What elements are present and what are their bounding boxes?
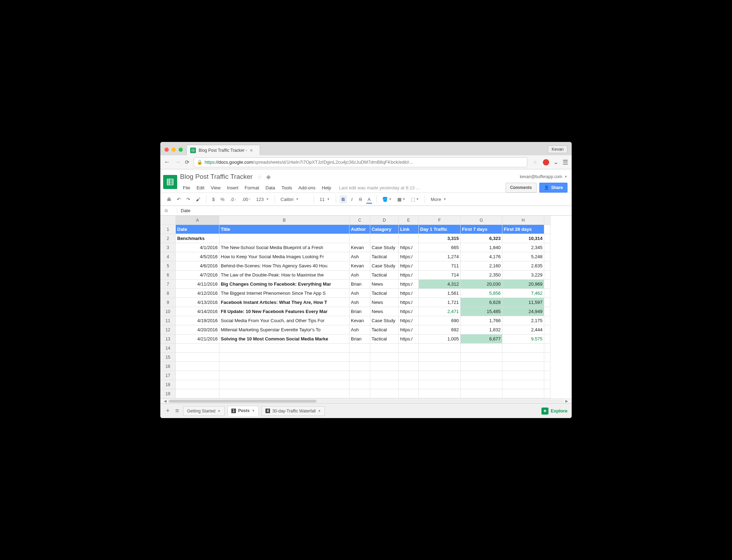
cell[interactable]: 20,969 xyxy=(502,280,544,289)
minimize-window-button[interactable] xyxy=(172,148,176,152)
cell[interactable]: 2,345 xyxy=(502,243,544,252)
cell[interactable]: 14 xyxy=(160,344,176,353)
cell[interactable]: Big Changes Coming to Facebook: Everythi… xyxy=(219,280,349,289)
cell[interactable]: News xyxy=(370,280,399,289)
cell[interactable]: 16 xyxy=(160,362,176,371)
cell[interactable] xyxy=(544,298,551,307)
cell[interactable]: News xyxy=(370,307,399,316)
cell[interactable] xyxy=(502,362,544,371)
cell[interactable] xyxy=(502,380,544,389)
cell[interactable] xyxy=(176,380,219,389)
add-sheet-button[interactable]: + xyxy=(165,406,171,416)
cell[interactable] xyxy=(461,389,502,398)
decrease-decimal-button[interactable]: .0↓ xyxy=(228,195,238,203)
cell[interactable]: 6,677 xyxy=(461,334,502,344)
maximize-window-button[interactable] xyxy=(179,148,183,152)
cell[interactable]: F8 Update: 10 New Facebook Features Ever… xyxy=(219,307,349,316)
account-email[interactable]: kevan@bufferapp.com xyxy=(520,174,562,179)
cell[interactable] xyxy=(502,371,544,380)
cell[interactable]: 2,350 xyxy=(461,271,502,280)
browser-menu-icon[interactable]: ☰ xyxy=(563,158,568,166)
cell[interactable] xyxy=(544,362,551,371)
fill-color-button[interactable]: 🪣▼ xyxy=(380,195,394,203)
cell[interactable] xyxy=(544,307,551,316)
cell[interactable] xyxy=(544,289,551,298)
cell[interactable]: 13 xyxy=(160,334,176,344)
cell[interactable] xyxy=(544,389,551,398)
cell[interactable]: Case Study xyxy=(370,261,399,271)
comments-button[interactable]: Comments xyxy=(506,183,537,193)
cell[interactable] xyxy=(544,252,551,261)
cell[interactable]: https:/ xyxy=(399,298,419,307)
cell[interactable] xyxy=(461,344,502,353)
cell[interactable]: 4/6/2016 xyxy=(176,261,219,271)
cell[interactable]: 6 xyxy=(160,271,176,280)
cell[interactable]: 7 xyxy=(160,280,176,289)
cell[interactable] xyxy=(219,234,349,243)
horizontal-scrollbar[interactable]: ◀ ▶ xyxy=(160,398,572,403)
move-to-drive-icon[interactable]: ◆ xyxy=(266,173,271,181)
undo-button[interactable]: ↶ xyxy=(175,195,183,203)
cell[interactable]: 690 xyxy=(419,316,461,325)
formula-bar[interactable]: fx Date xyxy=(160,206,572,216)
cell[interactable]: 6,323 xyxy=(461,234,502,243)
cell[interactable]: 6,628 xyxy=(461,298,502,307)
cell[interactable]: 3 xyxy=(160,243,176,252)
cell[interactable]: 10 xyxy=(160,307,176,316)
cell[interactable]: 5,856 xyxy=(461,289,502,298)
cell[interactable] xyxy=(370,234,399,243)
cell[interactable]: Tactical xyxy=(370,252,399,261)
cell[interactable] xyxy=(419,371,461,380)
cell[interactable]: 1,766 xyxy=(461,316,502,325)
cell[interactable] xyxy=(544,261,551,271)
cell[interactable]: https:/ xyxy=(399,325,419,334)
cell[interactable] xyxy=(176,344,219,353)
cell[interactable] xyxy=(176,389,219,398)
cell[interactable] xyxy=(502,353,544,362)
cell[interactable]: Kevan xyxy=(349,261,370,271)
cell[interactable] xyxy=(544,234,551,243)
cell[interactable]: Social Media From Your Couch, and Other … xyxy=(219,316,349,325)
cell[interactable]: Facebook Instant Articles: What They Are… xyxy=(219,298,349,307)
cell[interactable] xyxy=(544,380,551,389)
cell[interactable] xyxy=(219,371,349,380)
cell[interactable]: 711 xyxy=(419,261,461,271)
header-cell[interactable]: Title xyxy=(219,225,349,234)
cell[interactable]: 20,030 xyxy=(461,280,502,289)
forward-button[interactable]: → xyxy=(174,158,181,166)
cell[interactable]: 665 xyxy=(419,243,461,252)
cell[interactable]: Tactical xyxy=(370,325,399,334)
cell[interactable]: 9 xyxy=(160,298,176,307)
cell[interactable] xyxy=(160,216,176,225)
cell[interactable]: 15 xyxy=(160,353,176,362)
cell[interactable]: https:/ xyxy=(399,243,419,252)
cell[interactable] xyxy=(502,344,544,353)
cell[interactable]: 2,160 xyxy=(461,261,502,271)
reload-button[interactable]: ⟳ xyxy=(185,159,190,165)
menu-format[interactable]: Format xyxy=(242,184,262,192)
cell[interactable]: 4/13/2016 xyxy=(176,298,219,307)
cell[interactable]: 8 xyxy=(160,289,176,298)
cell[interactable]: Brian xyxy=(349,334,370,344)
cell[interactable]: https:/ xyxy=(399,280,419,289)
cell[interactable] xyxy=(544,316,551,325)
cell[interactable]: 10,314 xyxy=(502,234,544,243)
column-header-C[interactable]: C xyxy=(349,216,370,225)
cell[interactable] xyxy=(544,334,551,344)
cell[interactable]: The Biggest Internet Phenomenon Since Th… xyxy=(219,289,349,298)
cell[interactable] xyxy=(349,380,370,389)
more-toolbar-button[interactable]: More▼ xyxy=(429,195,449,203)
cell[interactable] xyxy=(461,371,502,380)
last-edit-text[interactable]: Last edit was made yesterday at 8:13 … xyxy=(339,185,420,190)
cell[interactable] xyxy=(419,344,461,353)
cell[interactable] xyxy=(399,362,419,371)
cell[interactable]: How to Keep Your Social Media Images Loo… xyxy=(219,252,349,261)
cell[interactable]: Ash xyxy=(349,298,370,307)
cell[interactable] xyxy=(349,234,370,243)
cell[interactable]: Brian xyxy=(349,280,370,289)
cell[interactable]: 1,274 xyxy=(419,252,461,261)
cell[interactable]: 4/14/2016 xyxy=(176,307,219,316)
cell[interactable]: 19 xyxy=(160,389,176,398)
cell[interactable]: The Law of the Double-Peak: How to Maxim… xyxy=(219,271,349,280)
cell[interactable] xyxy=(544,243,551,252)
